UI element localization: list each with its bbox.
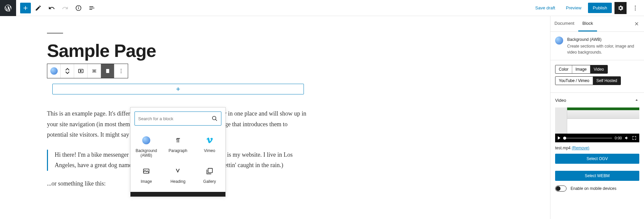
- publish-button[interactable]: Publish: [588, 3, 612, 13]
- svg-rect-14: [208, 168, 212, 173]
- fullscreen-icon[interactable]: [632, 136, 637, 140]
- select-webm-button[interactable]: Select WEBM: [555, 171, 639, 181]
- editor-canvas[interactable]: Sample Page: [0, 16, 550, 219]
- image-icon: [132, 166, 161, 176]
- svg-line-12: [215, 119, 217, 121]
- block-more-button[interactable]: [114, 64, 128, 78]
- inserter-item-background-awb[interactable]: Background (AWB): [130, 132, 162, 163]
- block-type-button[interactable]: [47, 64, 61, 78]
- move-block-button[interactable]: [61, 64, 74, 78]
- svg-point-3: [635, 5, 636, 6]
- block-name: Background (AWB): [567, 36, 639, 43]
- tab-block[interactable]: Block: [578, 16, 597, 31]
- video-filename: test.mp4: [555, 146, 571, 150]
- video-thumbnail: [555, 107, 639, 134]
- undo-button[interactable]: [46, 2, 58, 14]
- inserter-item-heading[interactable]: Heading: [162, 163, 194, 189]
- fullwidth-button[interactable]: [101, 64, 114, 78]
- search-input[interactable]: [138, 116, 212, 121]
- svg-point-9: [121, 71, 121, 71]
- inserter-item-gallery[interactable]: Gallery: [194, 163, 225, 189]
- top-toolbar: Save draft Preview Publish: [0, 0, 644, 16]
- search-icon: [212, 116, 218, 122]
- awb-icon: [555, 36, 563, 45]
- block-inserter-popover: Background (AWB) Paragraph Vimeo Image: [130, 107, 226, 197]
- awb-block-appender[interactable]: [52, 84, 304, 94]
- source-self-hosted[interactable]: Self Hosted: [593, 77, 621, 85]
- svg-point-10: [121, 72, 121, 73]
- video-panel-toggle[interactable]: Video: [550, 93, 644, 107]
- enable-mobile-toggle[interactable]: [555, 186, 567, 192]
- gallery-icon: [195, 166, 224, 176]
- more-options-button[interactable]: [629, 2, 641, 14]
- remove-video-link[interactable]: (Remove): [572, 146, 589, 150]
- media-button[interactable]: [74, 64, 88, 78]
- settings-sidebar: Document Block Background (AWB) Create s…: [550, 16, 644, 219]
- vimeo-icon: [195, 136, 224, 145]
- awb-icon: [50, 67, 58, 75]
- edit-mode-button[interactable]: [32, 2, 44, 14]
- background-type-selector: Color Image Video: [555, 65, 608, 74]
- inserter-item-paragraph[interactable]: Paragraph: [162, 132, 194, 163]
- close-sidebar-button[interactable]: [629, 18, 644, 30]
- svg-point-2: [78, 7, 79, 7]
- page-title[interactable]: Sample Page: [47, 40, 309, 61]
- preview-button[interactable]: Preview: [562, 3, 585, 13]
- outline-button[interactable]: [86, 2, 98, 14]
- svg-point-8: [121, 69, 121, 70]
- bg-type-video[interactable]: Video: [590, 65, 607, 73]
- inserter-search[interactable]: [135, 112, 221, 126]
- paragraph-icon: [163, 136, 192, 145]
- enable-mobile-label: Enable on mobile devices: [571, 186, 616, 191]
- video-preview[interactable]: 0:00: [555, 107, 639, 142]
- volume-icon[interactable]: [625, 136, 629, 140]
- bg-type-image[interactable]: Image: [572, 65, 590, 73]
- play-icon[interactable]: [558, 136, 560, 140]
- video-controls: 0:00: [555, 134, 639, 142]
- chevron-up-icon: [634, 97, 639, 103]
- title-decoration: [47, 33, 63, 33]
- add-block-button[interactable]: [20, 3, 31, 13]
- align-button[interactable]: [88, 64, 101, 78]
- bg-type-color[interactable]: Color: [555, 65, 572, 73]
- block-toolbar: [47, 64, 128, 78]
- select-ogv-button[interactable]: Select OGV: [555, 154, 639, 164]
- tab-document[interactable]: Document: [550, 16, 578, 31]
- svg-rect-7: [106, 69, 109, 73]
- inserter-footer: [130, 192, 225, 197]
- inserter-item-vimeo[interactable]: Vimeo: [194, 132, 225, 163]
- svg-point-5: [635, 9, 636, 10]
- wordpress-logo[interactable]: [0, 0, 16, 16]
- video-time: 0:00: [615, 136, 622, 140]
- video-scrubber[interactable]: [563, 138, 612, 139]
- heading-icon: [163, 166, 192, 176]
- block-description: Create sections with color, image and vi…: [567, 43, 639, 55]
- svg-point-4: [635, 7, 636, 8]
- svg-point-11: [212, 116, 216, 120]
- save-draft-button[interactable]: Save draft: [531, 3, 559, 13]
- video-source-selector: YouTube / Vimeo Self Hosted: [555, 76, 621, 85]
- settings-button[interactable]: [614, 2, 627, 14]
- awb-icon: [142, 136, 150, 144]
- redo-button[interactable]: [59, 2, 71, 14]
- info-button[interactable]: [72, 2, 85, 14]
- source-youtube-vimeo[interactable]: YouTube / Vimeo: [555, 77, 593, 85]
- inserter-item-image[interactable]: Image: [130, 163, 162, 189]
